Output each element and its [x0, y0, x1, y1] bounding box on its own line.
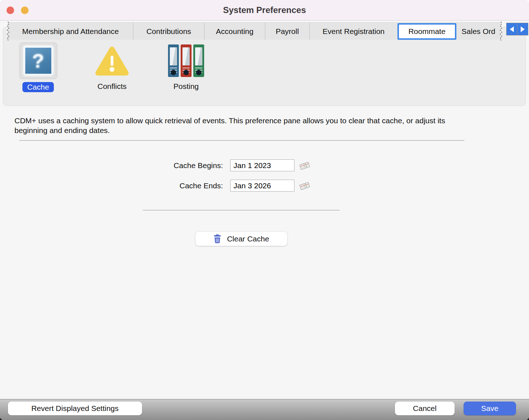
- tab-sales-order[interactable]: Sales Ord: [456, 23, 500, 40]
- tab-accounting[interactable]: Accounting: [204, 23, 265, 40]
- scroll-tabs-right-button[interactable]: [517, 23, 528, 35]
- window-title: System Preferences: [0, 5, 529, 15]
- tab-roommate[interactable]: Roommate: [397, 23, 456, 40]
- cache-begins-label: Cache Begins:: [145, 159, 223, 171]
- system-preferences-window: System Preferences Membership and Attend…: [0, 0, 529, 420]
- cache-begins-row: Cache Begins:: [145, 159, 325, 171]
- tab-payroll[interactable]: Payroll: [265, 23, 309, 40]
- tab-event-registration[interactable]: Event Registration: [309, 23, 397, 40]
- binders-icon: [168, 44, 204, 77]
- tab-strip-torn-edge-left: [6, 22, 10, 40]
- calendar-picker-icon[interactable]: [298, 180, 311, 191]
- warning-triangle-icon: [95, 45, 129, 76]
- pane-item-posting[interactable]: Posting: [162, 42, 210, 91]
- clear-cache-button[interactable]: Clear Cache: [195, 231, 288, 246]
- title-bar: System Preferences: [0, 0, 529, 21]
- pane-item-cache[interactable]: ? Cache: [17, 42, 59, 92]
- pane-label-posting: Posting: [173, 82, 199, 91]
- tab-strip-torn-edge-right: [499, 22, 503, 40]
- left-arrow-icon: [510, 26, 514, 32]
- scroll-tabs-left-button[interactable]: [507, 23, 517, 35]
- pane-description: CDM+ uses a caching system to allow quic…: [14, 116, 466, 135]
- cache-selection-highlight: ?: [19, 42, 57, 79]
- tab-contributions[interactable]: Contributions: [133, 23, 204, 40]
- pane-label-cache: Cache: [22, 82, 54, 92]
- divider: [143, 210, 340, 210]
- save-button[interactable]: Save: [464, 402, 516, 415]
- pane-item-conflicts[interactable]: Conflicts: [88, 42, 136, 91]
- footer-bar: Revert Displayed Settings Cancel Save: [0, 399, 529, 420]
- pane-label-conflicts: Conflicts: [98, 82, 127, 91]
- cancel-button[interactable]: Cancel: [395, 402, 455, 415]
- clear-cache-label: Clear Cache: [227, 235, 269, 243]
- cache-ends-label: Cache Ends:: [145, 180, 223, 192]
- tab-membership-and-attendance[interactable]: Membership and Attendance: [8, 23, 133, 40]
- cache-begins-input[interactable]: [230, 159, 294, 171]
- trash-icon: [214, 234, 221, 244]
- question-mark-icon: ?: [23, 46, 53, 76]
- cache-ends-input[interactable]: [230, 180, 294, 192]
- calendar-picker-icon[interactable]: [298, 160, 311, 171]
- revert-displayed-settings-button[interactable]: Revert Displayed Settings: [8, 402, 142, 415]
- cache-ends-row: Cache Ends:: [145, 180, 325, 192]
- tab-scroll-arrows: [506, 23, 528, 35]
- divider: [19, 140, 464, 141]
- tab-bar: Membership and Attendance Contributions …: [8, 22, 500, 40]
- right-arrow-icon: [521, 26, 525, 32]
